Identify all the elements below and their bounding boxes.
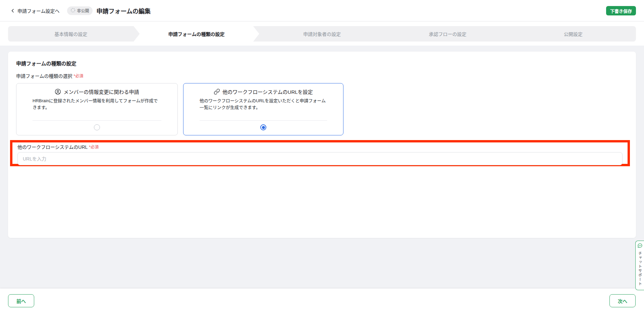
next-button[interactable]: 次へ — [609, 294, 636, 307]
radio-external-url-option[interactable] — [260, 124, 266, 130]
step-form-type[interactable]: 申請フォームの種類の設定 — [133, 26, 259, 42]
form-type-settings-panel: 申請フォームの種類の設定 申請フォームの種類の選択 *必須 メンバーの情報変更に… — [8, 52, 636, 238]
back-link-label: 申請フォーム設定へ — [17, 7, 60, 14]
required-badge: *必須 — [89, 144, 99, 149]
form-type-option-external-url[interactable]: 他のワークフローシステムのURLを設定 他のワークフローシステムのURLを設定い… — [183, 83, 343, 135]
radio-member-option[interactable] — [94, 124, 100, 130]
chat-support-tab[interactable]: チャットサポート — [635, 241, 644, 290]
user-circle-icon — [55, 88, 61, 95]
stepper-strip: 基本情報の設定 申請フォームの種類の設定 申請対象者の設定 承認フローの設定 公… — [0, 21, 644, 46]
step-applicants[interactable]: 申請対象者の設定 — [259, 26, 385, 42]
chat-support-label: チャットサポート — [637, 251, 643, 286]
footer: 前へ 次へ — [0, 289, 644, 313]
option-radio-row — [16, 121, 177, 135]
status-badge: 非公開 — [67, 6, 93, 15]
option-description: HRBrainに登録されたメンバー情報を利用してフォームが作成できます。 — [33, 98, 161, 111]
type-select-label-row: 申請フォームの種類の選択 *必須 — [16, 72, 83, 79]
option-title: 他のワークフローシステムのURLを設定 — [222, 88, 313, 95]
back-link[interactable]: 申請フォーム設定へ — [11, 7, 60, 14]
header: 申請フォーム設定へ 非公開 申請フォームの編集 下書き保存 — [0, 0, 644, 21]
url-input[interactable] — [17, 152, 623, 165]
chevron-left-icon — [11, 9, 15, 13]
stepper: 基本情報の設定 申請フォームの種類の設定 申請対象者の設定 承認フローの設定 公… — [8, 26, 636, 42]
form-type-option-member[interactable]: メンバーの情報変更に関わる申請 HRBrainに登録されたメンバー情報を利用して… — [16, 83, 178, 135]
save-draft-button[interactable]: 下書き保存 — [606, 6, 636, 15]
option-radio-row — [183, 121, 343, 135]
prev-button[interactable]: 前へ — [8, 294, 34, 307]
page-title: 申請フォームの編集 — [97, 6, 151, 15]
option-title: メンバーの情報変更に関わる申請 — [63, 88, 139, 95]
option-title-row: 他のワークフローシステムのURLを設定 — [183, 88, 343, 95]
step-approval-flow[interactable]: 承認フローの設定 — [385, 26, 510, 42]
type-select-label: 申請フォームの種類の選択 — [16, 72, 72, 79]
step-basic-info[interactable]: 基本情報の設定 — [8, 26, 133, 42]
status-badge-label: 非公開 — [77, 8, 89, 13]
form-type-options: メンバーの情報変更に関わる申請 HRBrainに登録されたメンバー情報を利用して… — [16, 83, 343, 135]
url-field-label-row: 他のワークフローシステムのURL *必須 — [17, 143, 623, 150]
section-title: 申請フォームの種類の設定 — [16, 60, 76, 67]
chat-bubble-icon — [637, 243, 643, 250]
option-description: 他のワークフローシステムのURLを設定いただくと申請フォーム一覧にリンクが生成で… — [200, 98, 327, 111]
step-publish[interactable]: 公開設定 — [511, 26, 636, 42]
dashed-circle-icon — [70, 8, 75, 14]
required-badge: *必須 — [74, 73, 84, 78]
option-title-row: メンバーの情報変更に関わる申請 — [16, 88, 177, 95]
url-field-highlight-annotation: 他のワークフローシステムのURL *必須 — [10, 140, 630, 166]
url-field-label: 他のワークフローシステムのURL — [17, 143, 88, 150]
link-icon — [214, 88, 220, 95]
